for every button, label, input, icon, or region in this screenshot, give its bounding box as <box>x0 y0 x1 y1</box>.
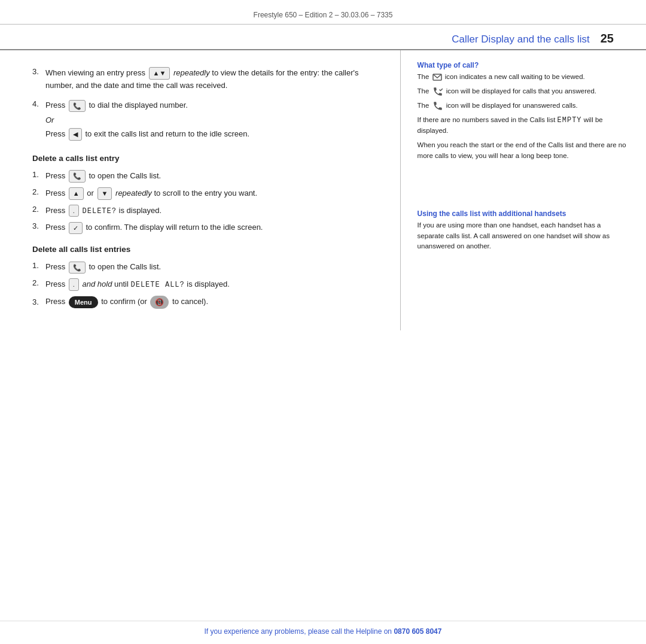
s2-item-2-num: 2. <box>32 278 45 287</box>
envelope-icon <box>432 74 442 81</box>
s2-item-3: 3. Press Menu to confirm (or 📵 to cancel… <box>32 296 383 309</box>
header-text: Freestyle 650 – Edition 2 – 30.03.06 – 7… <box>254 11 393 19</box>
s2-item-2-key: . <box>69 278 79 291</box>
right-column: What type of call? The icon indicates a … <box>401 50 646 330</box>
s1-item-3-after: to confirm. The display will return to t… <box>86 223 263 232</box>
page-header: Freestyle 650 – Edition 2 – 30.03.06 – 7… <box>0 0 646 25</box>
sidebar-item-missed: The icon will be displayed for unanswere… <box>418 101 629 111</box>
item-3-number: 3. <box>32 67 45 76</box>
item-4-number: 4. <box>32 99 45 108</box>
s1-item-3: 3. Press ✓ to confirm. The display will … <box>32 221 383 234</box>
page-title-bar: Caller Display and the calls list 25 <box>0 25 646 50</box>
section2-heading: Delete all calls list entries <box>32 245 383 254</box>
page-number: 25 <box>601 32 614 45</box>
s2-item-2-italic: and hold <box>83 280 112 288</box>
s1-item-2-or: or <box>87 189 96 198</box>
s1-item-2-after: to scroll to the entry you want. <box>154 189 257 198</box>
s1-item-2b-before: Press <box>45 206 68 215</box>
s2-item-3-middle: to confirm (or <box>101 297 149 306</box>
item-4-text-after: to dial the displayed number. <box>89 101 188 110</box>
s1-item-1-num: 1. <box>32 170 45 179</box>
page-title: Caller Display and the calls list <box>452 34 590 45</box>
item-4-text-before: Press <box>45 101 65 110</box>
s2-item-3-num: 3. <box>32 297 45 306</box>
s1-item-2b: 2. Press . DELETE? is displayed. <box>32 205 383 217</box>
sidebar-heading-1: What type of call? <box>418 61 629 69</box>
item-3-text-before: When viewing an entry press <box>45 68 148 77</box>
instruction-list-top: 3. When viewing an entry press ▲▼ repeat… <box>32 67 383 141</box>
s1-item-1-after: to open the Calls list. <box>89 171 161 180</box>
s1-item-2b-delete: DELETE? <box>83 207 117 215</box>
sidebar-item-empty: If there are no numbers saved in the Cal… <box>418 115 629 136</box>
s1-item-1-content: Press 📞 to open the Calls list. <box>45 170 383 183</box>
s2-item-3-after: to cancel). <box>172 297 208 306</box>
s1-item-1-before: Press <box>45 171 68 180</box>
s1-item-2b-key: . <box>69 205 79 217</box>
s1-item-3-key: ✓ <box>69 222 83 235</box>
press-exit-after: to exit the calls list and return to the… <box>85 129 249 138</box>
sidebar-section2-text: If you are using more than one handset, … <box>418 220 629 252</box>
sidebar-section-2: Using the calls list with additional han… <box>418 209 629 252</box>
sidebar-section-1: What type of call? The icon indicates a … <box>418 61 629 162</box>
or-label: Or <box>45 116 383 124</box>
s2-item-1-key: 📞 <box>69 262 86 274</box>
s2-item-1-before: Press <box>45 262 68 271</box>
left-column: 3. When viewing an entry press ▲▼ repeat… <box>0 50 401 330</box>
s1-item-2-num: 2. <box>32 187 45 196</box>
s2-item-1-num: 1. <box>32 261 45 270</box>
s2-item-2-deleteall: DELETE ALL? <box>131 281 185 289</box>
phone-missed-icon <box>432 101 443 111</box>
s1-item-2-before: Press <box>45 189 68 198</box>
s1-item-1: 1. Press 📞 to open the Calls list. <box>32 170 383 183</box>
footer-text-before: If you experience any problems, please c… <box>205 627 392 636</box>
s2-item-1: 1. Press 📞 to open the Calls list. <box>32 261 383 274</box>
section1-list: 1. Press 📞 to open the Calls list. 2. Pr… <box>32 170 383 234</box>
sidebar-item-beep: When you reach the start or the end of t… <box>418 140 629 162</box>
s1-item-2b-content: Press . DELETE? is displayed. <box>45 205 383 217</box>
s2-item-2-after: is displayed. <box>187 280 230 288</box>
footer: If you experience any problems, please c… <box>0 621 646 644</box>
section2-list: 1. Press 📞 to open the Calls list. 2. Pr… <box>32 261 383 309</box>
s2-item-1-content: Press 📞 to open the Calls list. <box>45 261 383 274</box>
sidebar-heading-2: Using the calls list with additional han… <box>418 209 629 218</box>
s2-item-3-content: Press Menu to confirm (or 📵 to cancel). <box>45 296 383 309</box>
s1-item-3-num: 3. <box>32 221 45 230</box>
press-exit: Press ◀ to exit the calls list and retur… <box>45 128 383 141</box>
s1-item-2b-num: 2. <box>32 205 45 214</box>
s2-item-3-menu-key[interactable]: Menu <box>69 296 98 309</box>
section1-heading: Delete a calls list entry <box>32 154 383 163</box>
item-3-text-italic: repeatedly <box>173 68 210 77</box>
phone-answered-icon <box>432 86 443 97</box>
sidebar-item-envelope: The icon indicates a new call waiting to… <box>418 72 629 83</box>
s1-item-2: 2. Press ▲ or ▼ repeatedly to scroll to … <box>32 187 383 200</box>
s2-item-2-until: until <box>114 280 130 288</box>
item-3-content: When viewing an entry press ▲▼ repeatedl… <box>45 67 383 91</box>
s2-item-2-before: Press <box>45 280 68 288</box>
press-exit-key: ◀ <box>69 128 82 141</box>
s1-item-2-key1: ▲ <box>69 187 84 200</box>
s2-item-2-content: Press . and hold until DELETE ALL? is di… <box>45 278 383 291</box>
item-3-key-button: ▲▼ <box>149 67 170 80</box>
sidebar-item-answered: The icon will be displayed for calls tha… <box>418 86 629 97</box>
s2-item-1-after: to open the Calls list. <box>89 262 161 271</box>
s1-item-1-key: 📞 <box>69 170 86 183</box>
s2-item-3-phone-key: 📵 <box>150 296 169 309</box>
item-4-content: Press 📞 to dial the displayed number. <box>45 99 383 112</box>
s1-item-3-before: Press <box>45 223 68 232</box>
list-item-3: 3. When viewing an entry press ▲▼ repeat… <box>32 67 383 91</box>
s2-item-2: 2. Press . and hold until DELETE ALL? is… <box>32 278 383 291</box>
s1-item-2-italic: repeatedly <box>115 189 152 198</box>
s1-item-2-key2: ▼ <box>97 187 112 200</box>
s1-item-2b-after: is displayed. <box>119 206 162 215</box>
s1-item-2-content: Press ▲ or ▼ repeatedly to scroll to the… <box>45 187 383 200</box>
s2-item-3-before: Press <box>45 297 68 306</box>
main-content: 3. When viewing an entry press ▲▼ repeat… <box>0 50 646 330</box>
s1-item-3-content: Press ✓ to confirm. The display will ret… <box>45 221 383 234</box>
empty-label: EMPTY <box>557 116 582 124</box>
footer-phone: 0870 605 8047 <box>394 627 441 636</box>
press-exit-before: Press <box>45 129 65 138</box>
item-4-key: 📞 <box>69 100 86 113</box>
list-item-4: 4. Press 📞 to dial the displayed number. <box>32 99 383 112</box>
